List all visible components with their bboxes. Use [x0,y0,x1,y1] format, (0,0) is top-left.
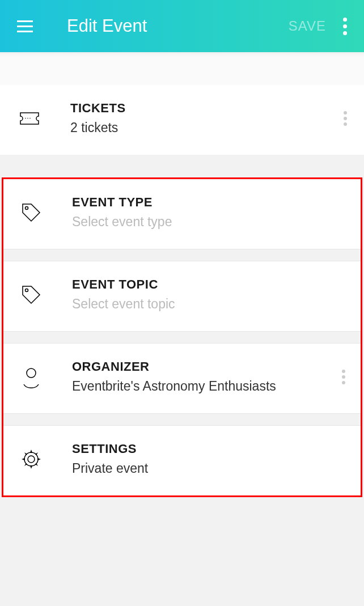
svg-point-4 [26,289,28,291]
settings-label: SETTINGS [72,442,345,456]
gear-icon [19,447,44,472]
more-icon[interactable] [343,18,347,35]
app-header: Edit Event SAVE [0,0,364,52]
event-topic-placeholder: Select event topic [72,296,345,312]
event-topic-row[interactable]: EVENT TOPIC Select event topic [3,261,361,331]
settings-row[interactable]: SETTINGS Private event [3,426,361,495]
tickets-value: 2 tickets [70,120,344,135]
svg-point-3 [26,206,28,209]
event-type-row[interactable]: EVENT TYPE Select event type [3,179,361,249]
svg-point-6 [28,456,35,463]
tickets-more-icon[interactable] [344,111,347,126]
page-title: Edit Event [67,16,289,36]
organizer-value: Eventbrite's Astronomy Enthusiasts [72,379,342,394]
settings-content: SETTINGS Private event [72,442,345,476]
event-type-content: EVENT TYPE Select event type [72,195,345,230]
svg-point-5 [27,368,36,378]
highlighted-section: EVENT TYPE Select event type EVENT TOPIC… [2,177,362,497]
ticket-icon [17,106,42,131]
settings-value: Private event [72,461,345,476]
spacer [3,413,361,426]
tag-icon [19,200,44,225]
organizer-label: ORGANIZER [72,359,342,374]
event-type-label: EVENT TYPE [72,195,345,210]
tag-icon [19,282,44,307]
event-type-placeholder: Select event type [72,214,345,230]
svg-point-7 [24,452,38,466]
spacer [3,331,361,344]
tickets-label: TICKETS [70,101,344,116]
tickets-content: TICKETS 2 tickets [70,101,344,135]
menu-icon[interactable] [17,20,33,32]
person-icon [19,365,44,389]
organizer-row[interactable]: ORGANIZER Eventbrite's Astronomy Enthusi… [3,344,361,413]
organizer-more-icon[interactable] [342,370,345,384]
spacer [0,52,364,85]
event-topic-label: EVENT TOPIC [72,277,345,292]
organizer-content: ORGANIZER Eventbrite's Astronomy Enthusi… [72,359,342,394]
save-button[interactable]: SAVE [289,18,326,34]
event-topic-content: EVENT TOPIC Select event topic [72,277,345,312]
spacer [3,249,361,261]
tickets-row[interactable]: TICKETS 2 tickets [0,85,364,155]
